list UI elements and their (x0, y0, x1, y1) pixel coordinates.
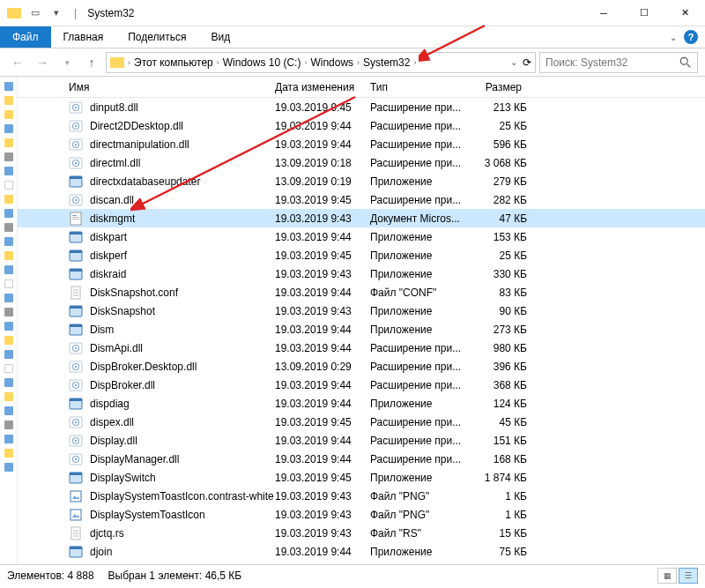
file-date: 13.09.2019 0:18 (275, 157, 370, 169)
nav-shortcut[interactable] (4, 96, 13, 105)
nav-recent-dropdown[interactable]: ▾ (56, 52, 78, 73)
nav-shortcut[interactable] (4, 322, 13, 331)
nav-back-button[interactable]: ← (7, 52, 28, 73)
nav-shortcut[interactable] (4, 350, 13, 359)
file-row[interactable]: DiskSnapshot19.03.2019 9:43Приложение90 … (18, 301, 705, 320)
breadcrumb[interactable]: › Этот компьютер › Windows 10 (C:) › Win… (106, 52, 536, 73)
file-list[interactable]: dinput8.dll19.03.2019 9:45Расширение при… (18, 98, 705, 564)
nav-shortcut[interactable] (4, 378, 13, 387)
nav-up-button[interactable]: ↑ (81, 52, 102, 73)
file-name: diskraid (90, 268, 275, 280)
file-row[interactable]: DisplaySwitch19.03.2019 9:45Приложение1 … (18, 468, 705, 487)
breadcrumb-segment[interactable]: Этот компьютер (134, 56, 213, 69)
file-row[interactable]: DisplaySystemToastIcon19.03.2019 9:43Фай… (18, 505, 705, 524)
file-row[interactable]: DispBroker.Desktop.dll13.09.2019 0:29Рас… (18, 357, 705, 376)
nav-shortcut[interactable] (4, 138, 13, 147)
file-pane: Имя Дата изменения Тип Размер dinput8.dl… (18, 77, 705, 564)
file-row[interactable]: Direct2DDesktop.dll19.03.2019 9:44Расшир… (18, 116, 705, 135)
file-row[interactable]: dispex.dll19.03.2019 9:45Расширение при.… (18, 413, 705, 431)
nav-shortcut[interactable] (4, 406, 13, 415)
nav-shortcut[interactable] (4, 294, 13, 302)
chevron-right-icon[interactable]: › (357, 58, 360, 67)
nav-shortcut[interactable] (4, 124, 13, 133)
body: Имя Дата изменения Тип Размер dinput8.dl… (0, 77, 705, 564)
file-row[interactable]: djctq.rs19.03.2019 9:43Файл "RS"15 КБ (18, 524, 705, 542)
svg-point-18 (75, 198, 77, 200)
view-details-button[interactable]: ☰ (679, 568, 698, 584)
nav-shortcut[interactable] (4, 463, 13, 472)
nav-shortcut[interactable] (4, 209, 13, 218)
tab-home[interactable]: Главная (51, 26, 116, 48)
ribbon-expand-icon[interactable]: ⌄ (670, 33, 677, 42)
file-row[interactable]: DisplaySystemToastIcon.contrast-white19.… (18, 487, 705, 505)
nav-shortcut[interactable] (4, 181, 13, 190)
chevron-right-icon[interactable]: › (128, 58, 130, 67)
help-icon[interactable]: ? (684, 30, 698, 44)
file-row[interactable]: diskpart19.03.2019 9:44Приложение153 КБ (18, 227, 705, 246)
file-row[interactable]: Display.dll19.03.2019 9:44Расширение при… (18, 431, 705, 450)
tab-view[interactable]: Вид (198, 26, 242, 48)
minimize-button[interactable]: ─ (583, 0, 624, 26)
nav-shortcut[interactable] (4, 167, 13, 175)
file-row[interactable]: diskmgmt19.03.2019 9:43Документ Micros..… (18, 209, 705, 227)
search-input[interactable] (545, 56, 679, 69)
file-type: Документ Micros... (370, 212, 474, 225)
nav-shortcut[interactable] (4, 265, 13, 274)
file-row[interactable]: diskperf19.03.2019 9:45Приложение25 КБ (18, 246, 705, 264)
nav-shortcut[interactable] (4, 82, 13, 91)
file-row[interactable]: DisplayManager.dll19.03.2019 9:44Расшире… (18, 450, 705, 468)
nav-shortcut[interactable] (4, 251, 13, 260)
file-row[interactable]: directxdatabaseupdater13.09.2019 0:19При… (18, 172, 705, 190)
chevron-right-icon[interactable]: › (413, 58, 416, 67)
nav-shortcut[interactable] (4, 392, 13, 401)
file-row[interactable]: DispBroker.dll19.03.2019 9:44Расширение … (18, 376, 705, 394)
refresh-icon[interactable]: ⟳ (523, 56, 531, 69)
history-dropdown-icon[interactable]: ⌄ (510, 57, 517, 67)
nav-shortcut[interactable] (4, 195, 13, 204)
search-icon[interactable] (679, 56, 692, 69)
nav-shortcut[interactable] (4, 279, 13, 288)
chevron-right-icon[interactable]: › (304, 58, 307, 67)
file-row[interactable]: DismApi.dll19.03.2019 9:44Расширение при… (18, 339, 705, 357)
column-header-date[interactable]: Дата изменения (270, 81, 365, 93)
maximize-button[interactable]: ☐ (624, 0, 664, 26)
file-row[interactable]: discan.dll19.03.2019 9:45Расширение при.… (18, 190, 705, 209)
file-row[interactable]: dllhost19.03.2019 9:44Приложение21 КБ (18, 561, 705, 564)
nav-shortcut[interactable] (4, 153, 13, 161)
nav-shortcut[interactable] (4, 110, 13, 119)
nav-shortcut[interactable] (4, 223, 13, 232)
qat-dropdown-icon[interactable]: ▾ (49, 6, 63, 20)
file-row[interactable]: djoin19.03.2019 9:44Приложение75 КБ (18, 542, 705, 561)
column-header-name[interactable]: Имя (63, 81, 270, 93)
close-button[interactable]: ✕ (664, 0, 705, 26)
tab-share[interactable]: Поделиться (115, 26, 198, 48)
tab-file[interactable]: Файл (0, 26, 51, 48)
nav-forward-button[interactable]: → (32, 52, 53, 73)
file-row[interactable]: dinput8.dll19.03.2019 9:45Расширение при… (18, 98, 705, 116)
nav-shortcut[interactable] (4, 237, 13, 246)
file-row[interactable]: dispdiag19.03.2019 9:44Приложение124 КБ (18, 394, 705, 413)
file-row[interactable]: directmanipulation.dll19.03.2019 9:44Рас… (18, 135, 705, 153)
file-type-icon (69, 212, 83, 226)
column-header-size[interactable]: Размер (469, 81, 536, 93)
file-row[interactable]: DiskSnapshot.conf19.03.2019 9:44Файл "CO… (18, 283, 705, 301)
breadcrumb-segment[interactable]: Windows 10 (C:) (223, 56, 301, 69)
nav-shortcut[interactable] (4, 421, 13, 429)
nav-shortcut[interactable] (4, 449, 13, 458)
qat-properties-icon[interactable]: ▭ (28, 6, 42, 20)
column-header-type[interactable]: Тип (365, 81, 469, 93)
nav-shortcut[interactable] (4, 364, 13, 373)
file-row[interactable]: Dism19.03.2019 9:44Приложение273 КБ (18, 320, 705, 339)
navigation-pane-collapsed[interactable] (0, 77, 18, 564)
nav-shortcut[interactable] (4, 336, 13, 345)
chevron-right-icon[interactable]: › (217, 58, 219, 67)
file-row[interactable]: directml.dll13.09.2019 0:18Расширение пр… (18, 153, 705, 172)
view-thumbnails-button[interactable]: ▦ (657, 568, 677, 584)
nav-shortcut[interactable] (4, 308, 13, 316)
nav-shortcut[interactable] (4, 435, 13, 443)
file-date: 19.03.2019 9:45 (275, 249, 370, 262)
file-row[interactable]: diskraid19.03.2019 9:43Приложение330 КБ (18, 264, 705, 283)
breadcrumb-segment[interactable]: Windows (310, 56, 353, 69)
breadcrumb-segment[interactable]: System32 (363, 56, 410, 69)
search-box[interactable] (539, 52, 698, 73)
